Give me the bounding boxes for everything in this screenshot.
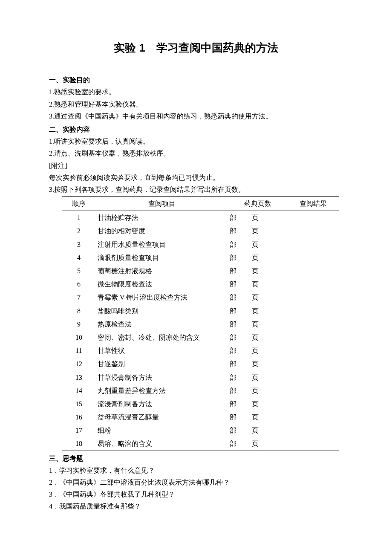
cell-seq: 17 bbox=[62, 424, 96, 437]
table-row: 7青霉素 V 钾片溶出度检查方法部页 bbox=[62, 291, 339, 304]
table-row: 5葡萄糖注射液规格部页 bbox=[62, 264, 339, 278]
cell-pages: 部页 bbox=[228, 344, 288, 357]
cell-result bbox=[288, 264, 339, 278]
cell-pages: 部页 bbox=[228, 410, 288, 424]
table-row: 4滴眼剂质量检查项目部页 bbox=[62, 251, 339, 264]
table-row: 12甘遂鉴别部页 bbox=[62, 357, 339, 370]
table-row: 10密闭、密封、冷处、阴凉处的含义部页 bbox=[62, 331, 339, 344]
cell-result bbox=[288, 278, 339, 291]
cell-result bbox=[288, 437, 339, 451]
cell-item: 注射用水质量检查项目 bbox=[96, 238, 228, 251]
cell-pages: 部页 bbox=[228, 437, 288, 451]
cell-result bbox=[288, 224, 339, 237]
note-text: 每次实验前必须阅读实验要求，直到每条均已习惯为止。 bbox=[49, 172, 343, 183]
cell-seq: 5 bbox=[62, 264, 96, 278]
cell-seq: 8 bbox=[62, 304, 96, 318]
cell-result bbox=[288, 238, 339, 251]
cell-item: 丸剂重量差异检查方法 bbox=[96, 384, 228, 397]
cell-result bbox=[288, 304, 339, 318]
section3-item: 1．学习实验室要求，有什么意见？ bbox=[49, 465, 343, 476]
cell-item: 甘草性状 bbox=[96, 344, 228, 357]
cell-item: 盐酸吗啡类别 bbox=[96, 304, 228, 318]
section2-item3: 3.按照下列各项要求，查阅药典，记录查阅结果并写出所在页数。 bbox=[49, 184, 343, 195]
cell-item: 流浸膏剂制备方法 bbox=[96, 397, 228, 410]
section2-item: 1.听讲实验室要求后，认真阅读。 bbox=[49, 136, 343, 147]
cell-result bbox=[288, 211, 339, 225]
cell-pages: 部页 bbox=[228, 211, 288, 225]
cell-pages: 部页 bbox=[228, 397, 288, 410]
cell-seq: 16 bbox=[62, 410, 96, 424]
table-row: 18易溶、略溶的含义部页 bbox=[62, 437, 339, 451]
cell-result bbox=[288, 251, 339, 264]
cell-seq: 3 bbox=[62, 238, 96, 251]
section1-heading: 一、实验目的 bbox=[49, 74, 343, 86]
cell-result bbox=[288, 357, 339, 370]
cell-item: 甘遂鉴别 bbox=[96, 357, 228, 370]
cell-pages: 部页 bbox=[228, 251, 288, 264]
table-row: 11甘草性状部页 bbox=[62, 344, 339, 357]
cell-pages: 部页 bbox=[228, 264, 288, 278]
cell-seq: 12 bbox=[62, 357, 96, 370]
cell-seq: 15 bbox=[62, 397, 96, 410]
section3-item: 4．我国药品质量标准有那些？ bbox=[49, 500, 343, 512]
section2-heading: 二、实验内容 bbox=[49, 124, 343, 135]
cell-result bbox=[288, 397, 339, 410]
table-row: 9热原检查法部页 bbox=[62, 318, 339, 331]
lookup-table: 顺序 查阅项目 药典页数 查阅结果 1甘油栓贮存法部页2甘油的相对密度部页3注射… bbox=[62, 196, 339, 451]
cell-seq: 13 bbox=[62, 371, 96, 384]
cell-pages: 部页 bbox=[228, 424, 288, 437]
note-label: [附注] bbox=[49, 160, 343, 171]
cell-seq: 2 bbox=[62, 224, 96, 237]
cell-seq: 10 bbox=[62, 331, 96, 344]
cell-result bbox=[288, 318, 339, 331]
cell-seq: 4 bbox=[62, 251, 96, 264]
table-row: 6微生物限度检查法部页 bbox=[62, 278, 339, 291]
cell-seq: 6 bbox=[62, 278, 96, 291]
cell-seq: 11 bbox=[62, 344, 96, 357]
cell-seq: 1 bbox=[62, 211, 96, 225]
cell-result bbox=[288, 424, 339, 437]
table-row: 16益母草流浸膏乙醇量部页 bbox=[62, 410, 339, 424]
cell-result bbox=[288, 344, 339, 357]
cell-seq: 18 bbox=[62, 437, 96, 451]
cell-pages: 部页 bbox=[228, 224, 288, 237]
cell-result bbox=[288, 291, 339, 304]
section1-item: 3.通过查阅《中国药典》中有关项目和内容的练习，熟悉药典的使用方法。 bbox=[49, 110, 343, 122]
cell-result bbox=[288, 331, 339, 344]
header-result: 查阅结果 bbox=[288, 197, 339, 211]
cell-seq: 14 bbox=[62, 384, 96, 397]
cell-item: 密闭、密封、冷处、阴凉处的含义 bbox=[96, 331, 228, 344]
cell-pages: 部页 bbox=[228, 384, 288, 397]
cell-result bbox=[288, 371, 339, 384]
cell-item: 甘草浸膏制备方法 bbox=[96, 371, 228, 384]
table-row: 14丸剂重量差异检查方法部页 bbox=[62, 384, 339, 397]
table-row: 2甘油的相对密度部页 bbox=[62, 224, 339, 237]
cell-pages: 部页 bbox=[228, 291, 288, 304]
cell-item: 微生物限度检查法 bbox=[96, 278, 228, 291]
cell-item: 青霉素 V 钾片溶出度检查方法 bbox=[96, 291, 228, 304]
cell-pages: 部页 bbox=[228, 371, 288, 384]
section1-item: 1.熟悉实验室的要求。 bbox=[49, 86, 343, 98]
table-row: 1甘油栓贮存法部页 bbox=[62, 211, 339, 225]
cell-item: 热原检查法 bbox=[96, 318, 228, 331]
cell-item: 益母草流浸膏乙醇量 bbox=[96, 410, 228, 424]
cell-item: 葡萄糖注射液规格 bbox=[96, 264, 228, 278]
section3-item: 3．《中国药典》各部共收载了几种剂型？ bbox=[49, 489, 343, 500]
section1-item: 2.熟悉和管理好基本实验仪器。 bbox=[49, 98, 343, 110]
table-row: 15流浸膏剂制备方法部页 bbox=[62, 397, 339, 410]
cell-result bbox=[288, 384, 339, 397]
cell-seq: 9 bbox=[62, 318, 96, 331]
cell-pages: 部页 bbox=[228, 318, 288, 331]
table-row: 8盐酸吗啡类别部页 bbox=[62, 304, 339, 318]
table-header-row: 顺序 查阅项目 药典页数 查阅结果 bbox=[62, 197, 339, 211]
table-row: 13甘草浸膏制备方法部页 bbox=[62, 371, 339, 384]
cell-pages: 部页 bbox=[228, 278, 288, 291]
cell-item: 甘油的相对密度 bbox=[96, 224, 228, 237]
section3-heading: 三、思考题 bbox=[49, 453, 343, 464]
table-row: 3注射用水质量检查项目部页 bbox=[62, 238, 339, 251]
document-title: 实验 1 学习查阅中国药典的方法 bbox=[49, 38, 343, 57]
header-item: 查阅项目 bbox=[96, 197, 228, 211]
cell-result bbox=[288, 410, 339, 424]
cell-seq: 7 bbox=[62, 291, 96, 304]
header-pages: 药典页数 bbox=[228, 197, 288, 211]
